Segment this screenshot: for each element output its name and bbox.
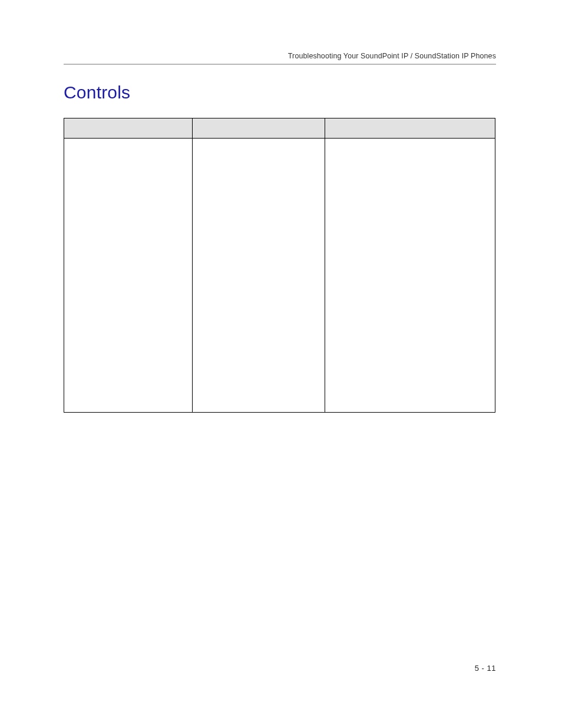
- document-page: Troubleshooting Your SoundPoint IP / Sou…: [0, 0, 562, 728]
- page-number: 5 - 11: [475, 664, 496, 673]
- table-cell: [64, 139, 193, 413]
- table-cell: [193, 139, 325, 413]
- controls-table: [64, 118, 495, 413]
- section-title-controls: Controls: [64, 83, 496, 103]
- table-row: [64, 139, 495, 413]
- table-header-cell: [325, 118, 495, 139]
- table-header-cell: [64, 118, 193, 139]
- header-rule: [64, 64, 496, 65]
- running-header: Troubleshooting Your SoundPoint IP / Sou…: [64, 52, 496, 60]
- table-cell: [325, 139, 495, 413]
- table-header-cell: [193, 118, 325, 139]
- table-header-row: [64, 118, 495, 139]
